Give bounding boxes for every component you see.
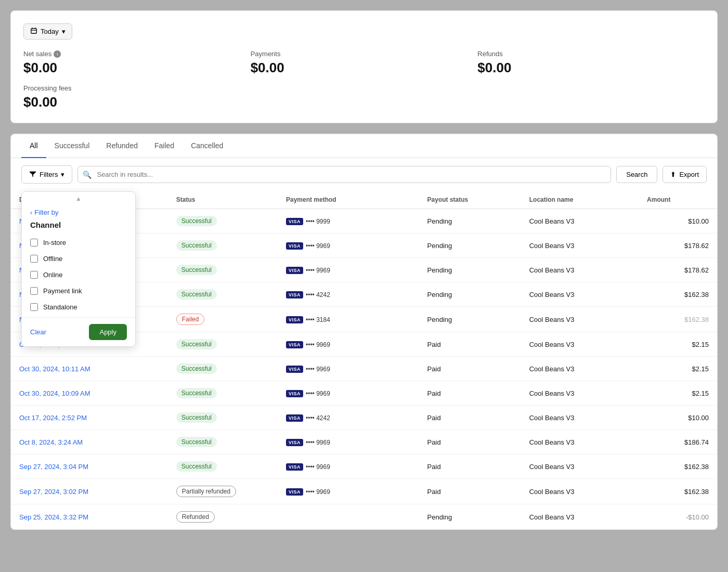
cell-amount: $178.62 xyxy=(639,233,717,258)
cell-status: Failed xyxy=(168,307,278,332)
filter-arrow[interactable]: ▲ xyxy=(22,192,135,203)
visa-payment-icon: VISA•••• 9969 xyxy=(286,439,330,446)
card-number: •••• 3184 xyxy=(306,316,330,323)
table-row: Sep 27, 2024, 3:02 PMPartially refundedV… xyxy=(11,479,717,504)
visa-logo: VISA xyxy=(286,488,303,496)
cell-amount: $162.38 xyxy=(639,454,717,479)
cell-location-name: Cool Beans V3 xyxy=(521,504,639,530)
filter-dropdown-panel: ▲ ‹ Filter by Channel In-store Offline O… xyxy=(21,191,136,347)
card-number: •••• 9969 xyxy=(306,341,330,348)
visa-logo: VISA xyxy=(286,439,303,446)
cell-location-name: Cool Beans V3 xyxy=(521,479,639,504)
cell-payout-status: Paid xyxy=(419,332,521,357)
filter-checkbox-standalone[interactable] xyxy=(30,303,38,311)
toolbar: Filters ▾ 🔍 Search ⬆ Export ▲ ‹ Filter b… xyxy=(11,158,717,191)
visa-payment-icon: VISA•••• 9969 xyxy=(286,488,330,496)
filter-option-online[interactable]: Online xyxy=(22,267,135,283)
date-link[interactable]: Oct 30, 2024, 10:11 AM xyxy=(19,365,90,373)
tab-refunded[interactable]: Refunded xyxy=(98,134,146,158)
clear-filter-button[interactable]: Clear xyxy=(30,328,46,336)
cell-payment-method: VISA•••• 9969 xyxy=(278,258,419,282)
cell-status: Successful xyxy=(168,454,278,479)
cell-payment-method: VISA•••• 9999 xyxy=(278,209,419,233)
cell-location-name: Cool Beans V3 xyxy=(521,430,639,454)
search-wrap: 🔍 xyxy=(77,166,611,183)
visa-payment-icon: VISA•••• 9969 xyxy=(286,341,330,348)
tab-cancelled[interactable]: Cancelled xyxy=(183,134,231,158)
col-header-payment: Payment method xyxy=(278,191,419,209)
export-button[interactable]: ⬆ Export xyxy=(662,166,707,183)
filter-label-standalone: Standalone xyxy=(43,303,77,311)
chevron-left-icon: ‹ xyxy=(30,209,32,216)
calendar-icon xyxy=(30,27,37,36)
filter-back-button[interactable]: ‹ Filter by xyxy=(22,203,135,218)
filter-option-instore[interactable]: In-store xyxy=(22,235,135,251)
search-input[interactable] xyxy=(77,166,611,183)
tab-successful[interactable]: Successful xyxy=(46,134,98,158)
cell-payout-status: Paid xyxy=(419,357,521,381)
date-link[interactable]: Oct 30, 2024, 10:09 AM xyxy=(19,389,90,397)
cell-payment-method: VISA•••• 4242 xyxy=(278,282,419,307)
filters-button[interactable]: Filters ▾ xyxy=(21,165,72,184)
filter-option-standalone[interactable]: Standalone xyxy=(22,299,135,315)
filter-back-label: Filter by xyxy=(34,209,58,216)
table-row: Sep 25, 2024, 3:32 PMRefundedPendingCool… xyxy=(11,504,717,530)
cell-payment-method: VISA•••• 4242 xyxy=(278,406,419,430)
filter-checkbox-online[interactable] xyxy=(30,271,38,279)
filter-checkbox-offline[interactable] xyxy=(30,255,38,263)
visa-payment-icon: VISA•••• 9969 xyxy=(286,267,330,274)
date-link[interactable]: Sep 27, 2024, 3:04 PM xyxy=(19,463,88,471)
search-button[interactable]: Search xyxy=(616,166,657,183)
cell-date: Sep 27, 2024, 3:04 PM xyxy=(11,454,168,479)
date-link[interactable]: Sep 25, 2024, 3:32 PM xyxy=(19,513,88,521)
apply-filter-button[interactable]: Apply xyxy=(89,324,127,340)
table-row: Oct 17, 2024, 2:52 PMSuccessfulVISA•••• … xyxy=(11,406,717,430)
info-icon[interactable]: i xyxy=(54,50,61,58)
cell-status: Successful xyxy=(168,209,278,233)
cell-amount: $2.15 xyxy=(639,381,717,406)
cell-location-name: Cool Beans V3 xyxy=(521,332,639,357)
date-link[interactable]: Sep 27, 2024, 3:02 PM xyxy=(19,488,88,496)
cell-status: Successful xyxy=(168,406,278,430)
card-number: •••• 9969 xyxy=(306,242,330,250)
cell-payout-status: Pending xyxy=(419,258,521,282)
summary-card: Today ▾ Net sales i $0.00 Payments $0.00… xyxy=(10,10,718,123)
status-badge: Successful xyxy=(176,216,217,226)
cell-payout-status: Pending xyxy=(419,209,521,233)
visa-logo: VISA xyxy=(286,267,303,274)
cell-status: Successful xyxy=(168,258,278,282)
status-badge: Successful xyxy=(176,289,217,300)
filter-channel-title: Channel xyxy=(22,218,135,235)
filter-checkbox-instore[interactable] xyxy=(30,239,38,246)
cell-payout-status: Pending xyxy=(419,233,521,258)
refunds-stat: Refunds $0.00 xyxy=(477,50,705,76)
col-header-payout: Payout status xyxy=(419,191,521,209)
cell-status: Successful xyxy=(168,357,278,381)
net-sales-stat: Net sales i $0.00 xyxy=(23,50,251,76)
filter-option-paymentlink[interactable]: Payment link xyxy=(22,283,135,299)
table-row: Oct 8, 2024, 3:24 AMSuccessfulVISA•••• 9… xyxy=(11,430,717,454)
visa-logo: VISA xyxy=(286,463,303,471)
chevron-down-icon: ▾ xyxy=(61,171,64,178)
date-filter-label: Today xyxy=(41,28,59,35)
status-badge: Successful xyxy=(176,240,217,251)
date-link[interactable]: Oct 17, 2024, 2:52 PM xyxy=(19,414,87,422)
cell-location-name: Cool Beans V3 xyxy=(521,454,639,479)
visa-logo: VISA xyxy=(286,242,303,250)
table-row: Sep 27, 2024, 3:04 PMSuccessfulVISA•••• … xyxy=(11,454,717,479)
filter-checkbox-paymentlink[interactable] xyxy=(30,287,38,295)
table-card: All Successful Refunded Failed Cancelled… xyxy=(10,134,718,530)
tab-bar: All Successful Refunded Failed Cancelled xyxy=(11,134,717,158)
filter-option-offline[interactable]: Offline xyxy=(22,251,135,267)
tab-all[interactable]: All xyxy=(21,134,46,158)
card-number: •••• 9969 xyxy=(306,366,330,373)
visa-payment-icon: VISA•••• 9999 xyxy=(286,218,330,225)
cell-date: Oct 17, 2024, 2:52 PM xyxy=(11,406,168,430)
tab-failed[interactable]: Failed xyxy=(146,134,183,158)
visa-logo: VISA xyxy=(286,341,303,348)
svg-rect-0 xyxy=(31,29,37,34)
visa-payment-icon: VISA•••• 4242 xyxy=(286,291,330,298)
date-filter-button[interactable]: Today ▾ xyxy=(23,23,72,40)
date-link[interactable]: Oct 8, 2024, 3:24 AM xyxy=(19,438,83,446)
status-badge: Successful xyxy=(176,363,217,374)
